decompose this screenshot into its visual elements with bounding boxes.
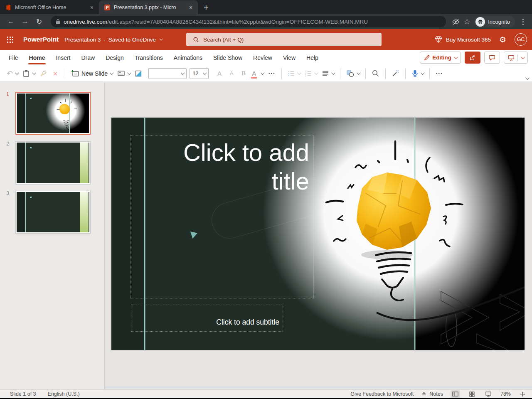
feedback-link[interactable]: Give Feedback to Microsoft bbox=[350, 391, 414, 397]
ribbon-toolbar: ↶ × New Slide 12 A A B A ··· bbox=[0, 65, 532, 82]
menu-review[interactable]: Review bbox=[248, 50, 278, 65]
editing-mode-button[interactable]: Editing bbox=[420, 52, 461, 64]
paste-button[interactable] bbox=[21, 67, 37, 80]
undo-icon: ↶ bbox=[7, 70, 13, 77]
browser-address-bar: ← → ↻ onedrive.live.com/edit.aspx?resid=… bbox=[0, 14, 532, 29]
comment-icon bbox=[489, 54, 495, 61]
chevron-down-icon bbox=[521, 55, 525, 59]
language-status[interactable]: English (U.S.) bbox=[48, 391, 80, 397]
horizontal-scrollbar[interactable] bbox=[105, 386, 532, 388]
shapes-button[interactable] bbox=[345, 67, 361, 80]
new-slide-button[interactable]: New Slide bbox=[69, 67, 114, 80]
settings-gear-icon[interactable]: ⚙ bbox=[499, 35, 506, 44]
browser-tab-strip: Microsoft Office Home × P Presentation 3… bbox=[0, 0, 532, 14]
forward-icon[interactable]: → bbox=[19, 16, 31, 27]
title-placeholder[interactable]: Click to add title bbox=[130, 135, 314, 298]
notes-toggle[interactable]: Notes bbox=[421, 391, 443, 397]
tab-close-icon[interactable]: × bbox=[88, 4, 96, 11]
menu-transitions[interactable]: Transitions bbox=[129, 50, 168, 65]
magnifier-icon bbox=[372, 69, 379, 77]
present-button[interactable] bbox=[504, 52, 528, 64]
document-title-group[interactable]: Presentation 3 - Saved to OneDrive bbox=[64, 37, 162, 43]
bullets-button[interactable] bbox=[286, 67, 302, 80]
slide-editor[interactable]: Click to add title Click to add subtitle bbox=[111, 118, 525, 350]
find-button[interactable] bbox=[370, 67, 381, 80]
title-placeholder-text: Click to add title bbox=[171, 138, 309, 195]
zoom-level[interactable]: 78% bbox=[500, 391, 511, 397]
more-font-options-button[interactable]: ··· bbox=[266, 67, 277, 80]
undo-button[interactable]: ↶ bbox=[5, 67, 20, 80]
bullet-list-icon bbox=[288, 70, 295, 77]
grow-font-button[interactable]: A bbox=[214, 67, 225, 80]
font-color-button[interactable]: A bbox=[250, 67, 265, 80]
normal-view-icon bbox=[452, 392, 458, 397]
reload-icon[interactable]: ↻ bbox=[33, 16, 45, 27]
chevron-down-icon bbox=[159, 37, 163, 40]
font-name-combo[interactable] bbox=[148, 68, 187, 79]
clipboard-icon bbox=[22, 70, 30, 77]
notes-icon bbox=[421, 392, 427, 397]
tab-office-home[interactable]: Microsoft Office Home × bbox=[0, 0, 99, 14]
menu-design[interactable]: Design bbox=[100, 50, 129, 65]
delete-button[interactable]: × bbox=[50, 67, 61, 80]
align-button[interactable] bbox=[320, 67, 336, 80]
slideshow-view-button[interactable] bbox=[484, 390, 493, 398]
menu-draw[interactable]: Draw bbox=[76, 50, 100, 65]
svg-text:P: P bbox=[106, 5, 109, 10]
more-commands-button[interactable]: ··· bbox=[434, 67, 445, 80]
autofill-eye-off-icon[interactable] bbox=[452, 18, 460, 26]
subtitle-placeholder[interactable]: Click to add subtitle bbox=[131, 305, 283, 332]
powerpoint-favicon: P bbox=[104, 4, 111, 11]
new-slide-icon bbox=[71, 70, 79, 77]
chevron-down-icon bbox=[454, 55, 458, 59]
delete-x-icon: × bbox=[53, 69, 58, 78]
tab-title: Microsoft Office Home bbox=[15, 5, 85, 10]
slide-sorter-view-button[interactable] bbox=[468, 390, 476, 398]
layout-button[interactable] bbox=[116, 67, 132, 80]
diamond-icon bbox=[435, 36, 442, 43]
numbering-button[interactable]: 123 bbox=[303, 67, 319, 80]
menu-insert[interactable]: Insert bbox=[50, 50, 76, 65]
office-logo-icon bbox=[5, 4, 12, 11]
menu-view[interactable]: View bbox=[278, 50, 301, 65]
slide-thumbnail-2[interactable] bbox=[15, 141, 91, 184]
fit-to-window-button[interactable] bbox=[518, 390, 527, 398]
menu-slideshow[interactable]: Slide Show bbox=[208, 50, 248, 65]
tab-close-icon[interactable]: × bbox=[187, 4, 195, 11]
search-placeholder: Search (Alt + Q) bbox=[203, 37, 244, 43]
menu-help[interactable]: Help bbox=[301, 50, 324, 65]
fit-slide-icon bbox=[520, 392, 525, 397]
incognito-badge: Incognito bbox=[474, 16, 515, 28]
slide-info[interactable]: Slide 1 of 3 bbox=[10, 391, 36, 397]
designer-button[interactable] bbox=[133, 67, 144, 80]
format-painter-button[interactable] bbox=[38, 67, 49, 80]
comments-button[interactable] bbox=[484, 52, 500, 64]
slide-thumbnail-panel: 1 2 bbox=[0, 82, 105, 389]
menu-file[interactable]: File bbox=[3, 50, 24, 65]
bold-button[interactable]: B bbox=[238, 67, 249, 80]
bookmark-star-icon[interactable]: ☆ bbox=[464, 17, 470, 26]
new-tab-button[interactable]: + bbox=[198, 3, 214, 14]
slide-thumbnail-1[interactable] bbox=[15, 92, 91, 135]
dictate-button[interactable] bbox=[410, 67, 425, 80]
buy-microsoft365-button[interactable]: Buy Microsoft 365 bbox=[435, 36, 491, 43]
menu-animations[interactable]: Animations bbox=[168, 50, 208, 65]
font-size-combo[interactable]: 12 bbox=[190, 68, 209, 79]
slide-number: 3 bbox=[6, 190, 9, 196]
menu-home[interactable]: Home bbox=[24, 50, 51, 65]
slide-thumbnail-3[interactable] bbox=[15, 191, 91, 234]
url-bar[interactable]: onedrive.live.com/edit.aspx?resid=7A8040… bbox=[51, 16, 446, 27]
collapse-ribbon-icon[interactable] bbox=[525, 76, 530, 80]
account-avatar[interactable]: GC bbox=[515, 33, 527, 46]
shrink-font-button[interactable]: A bbox=[226, 67, 237, 80]
normal-view-button[interactable] bbox=[451, 390, 460, 398]
magic-wand-button[interactable] bbox=[390, 67, 401, 80]
search-box[interactable]: Search (Alt + Q) bbox=[186, 33, 382, 46]
share-button[interactable] bbox=[465, 52, 480, 64]
tab-presentation[interactable]: P Presentation 3.pptx - Micro × bbox=[99, 0, 198, 14]
app-header: PowerPoint Presentation 3 - Saved to One… bbox=[0, 29, 532, 50]
incognito-label: Incognito bbox=[488, 19, 510, 25]
back-icon[interactable]: ← bbox=[5, 16, 17, 27]
app-launcher-button[interactable] bbox=[0, 29, 20, 50]
browser-menu-icon[interactable] bbox=[522, 21, 524, 22]
